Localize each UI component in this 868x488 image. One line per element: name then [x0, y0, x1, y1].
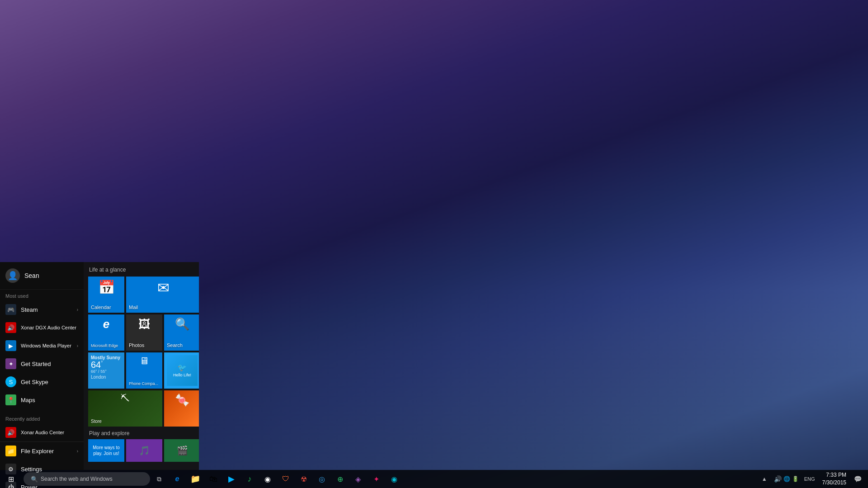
app12-taskbar-icon: ✦: [373, 475, 379, 483]
tile-weather[interactable]: Mostly Sunny 64° 66° / 55° London: [88, 352, 124, 389]
taskbar-file-explorer[interactable]: 📁: [186, 470, 204, 488]
tiles-grid: 📅 Calendar ✉ Mail e Microsoft Edge: [88, 277, 194, 427]
edge-icon: e: [103, 317, 109, 331]
user-section[interactable]: 👤 Sean: [0, 262, 84, 290]
phone-label: Phone Compa...: [129, 381, 158, 386]
tile-mail[interactable]: ✉ Mail: [126, 277, 199, 313]
file-explorer-icon: 📁: [5, 446, 16, 456]
speaker-icon[interactable]: 🔊: [774, 475, 782, 483]
tile-candy[interactable]: 🍬: [164, 390, 199, 427]
app-item-steam[interactable]: 🎮 Steam ›: [0, 300, 84, 319]
xonar-dgx-icon: 🔊: [5, 322, 16, 333]
taskbar: ⊞ 🔍 Search the web and Windows ⧉ e 📁 🛍 ▶…: [0, 470, 868, 488]
avatar: 👤: [5, 268, 20, 283]
tile-edge[interactable]: e Microsoft Edge: [88, 314, 124, 351]
battery-icon[interactable]: 🔋: [792, 476, 799, 482]
bottom-power[interactable]: ⏻ Power: [0, 478, 84, 488]
settings-label: Settings: [21, 466, 42, 473]
app-label-wmp: Windows Media Player: [21, 343, 71, 348]
taskbar-right: ▲ 🔊 🌐 🔋 ENG 7:33 PM 7/30/2015 💬: [758, 470, 868, 488]
photos-label: Photos: [129, 343, 144, 348]
search-label: Search: [167, 343, 183, 348]
taskbar-app11[interactable]: ◈: [349, 470, 367, 488]
mail-label: Mail: [129, 305, 138, 310]
taskbar-app12[interactable]: ✦: [367, 470, 385, 488]
app6-taskbar-icon: ◉: [264, 475, 271, 483]
app-item-xonar-audio[interactable]: 🔊 Xonar Audio Center: [0, 423, 84, 441]
network-icon[interactable]: 🌐: [783, 476, 790, 482]
most-used-label: Most used: [0, 290, 84, 300]
app-label-xonar-audio: Xonar Audio Center: [21, 430, 64, 435]
mail-icon: ✉: [157, 279, 170, 296]
taskbar-spotify[interactable]: ♪: [241, 470, 259, 488]
media-taskbar-icon: ▶: [228, 474, 235, 484]
action-center-button[interactable]: 💬: [851, 470, 864, 488]
tile-store[interactable]: ⛏ Store: [88, 390, 162, 427]
maps-icon: 📍: [5, 394, 16, 405]
power-icon: ⏻: [5, 482, 16, 488]
edge-label: Microsoft Edge: [91, 343, 118, 348]
calendar-label: Calendar: [91, 305, 111, 310]
user-avatar-icon: 👤: [8, 271, 18, 281]
start-menu-left: 👤 Sean Most used 🎮 Steam › 🔊 Xonar DGX A…: [0, 262, 84, 470]
tile-join[interactable]: More ways to play. Join us!: [88, 439, 124, 462]
bottom-file-explorer[interactable]: 📁 File Explorer ›: [0, 442, 84, 460]
taskbar-store[interactable]: 🛍: [204, 470, 222, 488]
language-text: ENG: [804, 476, 815, 482]
bottom-settings[interactable]: ⚙ Settings: [0, 460, 84, 478]
movies-icon: 🎬: [177, 445, 188, 456]
play-section-label: Play and explore: [89, 430, 194, 436]
user-name: Sean: [24, 272, 39, 279]
app-item-maps[interactable]: 📍 Maps: [0, 391, 84, 409]
candy-icon: 🍬: [175, 393, 189, 407]
app10-taskbar-icon: ⊕: [337, 475, 343, 483]
taskbar-app13[interactable]: ◉: [385, 470, 403, 488]
tile-twitter[interactable]: 🐦 Hello Life!: [164, 352, 199, 389]
desktop: 👤 Sean Most used 🎮 Steam › 🔊 Xonar DGX A…: [0, 0, 868, 488]
language-indicator[interactable]: ENG: [802, 470, 818, 488]
taskbar-app6[interactable]: ◉: [259, 470, 277, 488]
taskbar-app8[interactable]: ☢: [295, 470, 313, 488]
tile-movies[interactable]: 🎬: [164, 439, 199, 462]
app-label-maps: Maps: [21, 397, 35, 404]
wmp-arrow-icon: ›: [77, 343, 78, 348]
store-label: Store: [91, 419, 102, 424]
notifications-icon[interactable]: ▲: [758, 470, 771, 488]
taskbar-app7[interactable]: 🛡: [277, 470, 295, 488]
task-view-button[interactable]: ⧉: [150, 470, 168, 488]
clock-date: 7/30/2015: [822, 479, 846, 487]
app-item-get-started[interactable]: ✦ Get Started: [0, 355, 84, 373]
start-menu-right: Life at a glance 📅 Calendar ✉ Mail: [84, 262, 199, 470]
app-label-steam: Steam: [21, 306, 38, 313]
app8-taskbar-icon: ☢: [301, 475, 307, 483]
clock[interactable]: 7:33 PM 7/30/2015: [819, 471, 850, 487]
taskbar-media[interactable]: ▶: [222, 470, 241, 488]
app-item-xonar-dgx[interactable]: 🔊 Xonar DGX Audio Center: [0, 319, 84, 337]
calendar-icon: 📅: [98, 279, 115, 295]
recently-added-label: Recently added: [0, 413, 84, 423]
join-label: More ways to play. Join us!: [90, 445, 123, 456]
weather-range: 66° / 55°: [91, 369, 122, 374]
app-label-get-started: Get Started: [21, 361, 51, 367]
app7-taskbar-icon: 🛡: [282, 475, 289, 483]
app-item-wmp[interactable]: ▶ Windows Media Player ›: [0, 337, 84, 355]
edge-taskbar-icon: e: [175, 475, 179, 483]
photos-icon: 🖼: [138, 317, 150, 331]
app-label-xonar-dgx: Xonar DGX Audio Center: [21, 325, 76, 330]
task-view-icon: ⧉: [157, 475, 161, 483]
taskbar-app9[interactable]: ◎: [313, 470, 331, 488]
settings-icon: ⚙: [5, 464, 16, 474]
taskbar-edge[interactable]: e: [168, 470, 186, 488]
file-explorer-label: File Explorer: [21, 448, 54, 455]
tile-calendar[interactable]: 📅 Calendar: [88, 277, 124, 313]
start-menu: 👤 Sean Most used 🎮 Steam › 🔊 Xonar DGX A…: [0, 262, 199, 470]
tile-photos[interactable]: 🖼 Photos: [126, 314, 162, 351]
taskbar-app10[interactable]: ⊕: [331, 470, 349, 488]
file-explorer-taskbar-icon: 📁: [190, 474, 200, 484]
app-item-skype[interactable]: S Get Skype: [0, 373, 84, 391]
arrow-icon: ›: [77, 307, 78, 312]
tile-groove[interactable]: 🎵: [126, 439, 162, 462]
tile-phone[interactable]: 🖥 Phone Compa...: [126, 352, 162, 389]
steam-icon: 🎮: [5, 304, 16, 315]
tile-search[interactable]: 🔍 Search: [164, 314, 199, 351]
